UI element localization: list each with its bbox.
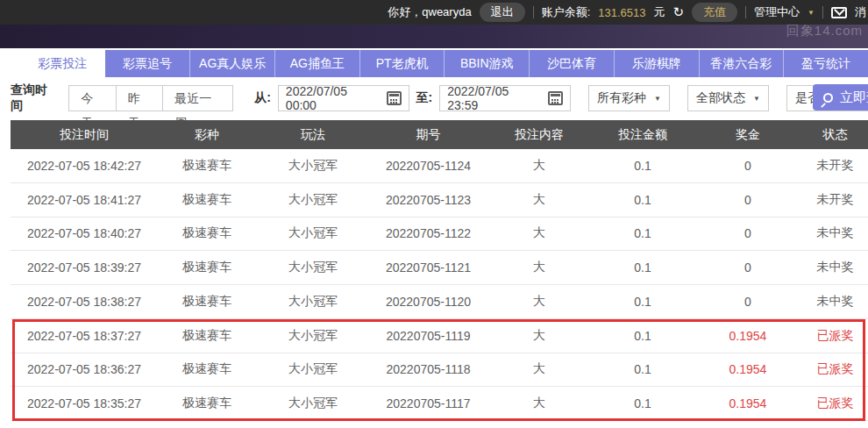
cell-bet-amount: 0.1 xyxy=(592,387,694,420)
table-header-row: 投注时间彩种玩法期号投注内容投注金额奖金状态 xyxy=(11,120,868,149)
cell-bet-content: 大 xyxy=(487,387,592,420)
table-row: 2022-07-05 18:37:27极速赛车大小冠军20220705-1119… xyxy=(11,319,868,353)
cell-lottery-type: 极速赛车 xyxy=(158,183,256,217)
cell-play-type: 大小冠军 xyxy=(256,353,370,387)
cell-issue-number: 20220705-1117 xyxy=(370,387,487,420)
tab-9[interactable]: 香港六合彩 xyxy=(699,50,784,77)
cell-issue-number: 20220705-1118 xyxy=(370,353,487,387)
cell-bet-content: 大 xyxy=(487,353,592,387)
logout-button[interactable]: 退出 xyxy=(480,3,525,22)
cell-bet-content: 大 xyxy=(487,149,592,182)
chevron-down-icon: ▼ xyxy=(753,95,760,103)
cell-prize: 0.1954 xyxy=(694,353,802,387)
cell-bet-amount: 0.1 xyxy=(592,149,694,182)
status-select[interactable]: 全部状态▼ xyxy=(687,85,769,111)
cell-prize: 0 xyxy=(694,251,802,284)
message-link[interactable]: 消 xyxy=(855,4,866,20)
quick-range-1[interactable]: 今天 xyxy=(68,85,116,111)
cell-lottery-type: 极速赛车 xyxy=(158,149,256,182)
cell-lottery-type: 极速赛车 xyxy=(158,353,256,387)
table-body: 2022-07-05 18:42:27极速赛车大小冠军20220705-1124… xyxy=(11,149,868,421)
quick-range-2[interactable]: 昨天 xyxy=(117,85,163,111)
divider xyxy=(745,6,746,18)
chevron-down-icon[interactable]: ▼ xyxy=(808,9,815,17)
divider xyxy=(533,6,534,18)
mail-icon[interactable] xyxy=(831,7,847,18)
tab-bar: 彩票投注彩票追号AG真人娱乐AG捕鱼王PT老虎机BBIN游戏沙巴体育乐游棋牌香港… xyxy=(20,50,868,77)
date-to-input[interactable]: 2022/07/05 23:59 xyxy=(439,85,571,111)
divider xyxy=(822,6,823,18)
tab-7[interactable]: 沙巴体育 xyxy=(529,50,614,77)
column-header: 彩种 xyxy=(158,120,256,149)
cell-issue-number: 20220705-1122 xyxy=(370,218,487,251)
admin-center-menu[interactable]: 管理中心 xyxy=(754,4,800,20)
table-row: 2022-07-05 18:36:27极速赛车大小冠军20220705-1118… xyxy=(11,353,868,388)
bet-record-table: 投注时间彩种玩法期号投注内容投注金额奖金状态 2022-07-05 18:42:… xyxy=(11,120,868,421)
cell-bet-content: 大 xyxy=(487,218,592,251)
filter-toolbar: 查询时间 今天昨天最近一周 从: 2022/07/05 00:00 至: 202… xyxy=(11,85,868,111)
column-header: 玩法 xyxy=(256,120,370,149)
query-time-label: 查询时间 xyxy=(11,82,58,114)
lottery-type-select[interactable]: 所有彩种▼ xyxy=(588,85,670,111)
cell-status: 已派奖 xyxy=(802,319,868,353)
tab-3[interactable]: AG真人娱乐 xyxy=(189,50,274,77)
table-row: 2022-07-05 18:40:27极速赛车大小冠军20220705-1122… xyxy=(11,218,868,252)
cell-prize: 0.1954 xyxy=(694,387,802,420)
cell-play-type: 大小冠军 xyxy=(256,319,370,353)
cell-issue-number: 20220705-1123 xyxy=(370,183,487,217)
from-label: 从: xyxy=(254,90,271,106)
balance-value: 131.6513 xyxy=(598,6,645,19)
cell-bet-time: 2022-07-05 18:42:27 xyxy=(11,149,158,182)
refresh-balance-icon[interactable]: ↻ xyxy=(673,4,685,20)
column-header: 投注内容 xyxy=(487,120,592,149)
cell-bet-amount: 0.1 xyxy=(592,353,694,387)
cell-play-type: 大小冠军 xyxy=(256,387,370,420)
chevron-down-icon: ▼ xyxy=(654,95,661,103)
cell-bet-content: 大 xyxy=(487,183,592,217)
cell-prize: 0 xyxy=(694,149,802,182)
calendar-icon[interactable] xyxy=(548,91,563,105)
cell-issue-number: 20220705-1120 xyxy=(370,285,487,318)
date-from-value: 2022/07/05 00:00 xyxy=(286,84,378,112)
cell-bet-amount: 0.1 xyxy=(592,251,694,284)
column-header: 奖金 xyxy=(694,120,802,149)
cell-prize: 0 xyxy=(694,183,802,217)
select-value: 所有彩种 xyxy=(597,90,646,106)
quick-range-group: 今天昨天最近一周 xyxy=(68,85,233,111)
tab-8[interactable]: 乐游棋牌 xyxy=(614,50,699,77)
table-row: 2022-07-05 18:39:27极速赛车大小冠军20220705-1121… xyxy=(11,251,868,285)
cell-bet-content: 大 xyxy=(487,285,592,318)
calendar-icon[interactable] xyxy=(387,91,402,105)
column-header: 状态 xyxy=(802,120,868,149)
cell-status: 未开奖 xyxy=(802,149,868,182)
quick-range-3[interactable]: 最近一周 xyxy=(163,85,233,111)
search-button-label: 立即查询 xyxy=(840,89,868,106)
recharge-button[interactable]: 充值 xyxy=(692,3,737,22)
cell-issue-number: 20220705-1121 xyxy=(370,251,487,284)
date-to-value: 2022/07/05 23:59 xyxy=(447,84,539,112)
search-button[interactable]: 立即查询 xyxy=(813,84,868,111)
cell-bet-amount: 0.1 xyxy=(592,285,694,318)
cell-bet-time: 2022-07-05 18:39:27 xyxy=(11,251,158,284)
tab-6[interactable]: BBIN游戏 xyxy=(444,50,529,77)
cell-lottery-type: 极速赛车 xyxy=(158,319,256,353)
tab-2[interactable]: 彩票追号 xyxy=(105,50,190,77)
cell-prize: 0.1954 xyxy=(694,319,802,353)
cell-bet-content: 大 xyxy=(487,319,592,353)
cell-status: 未开奖 xyxy=(802,183,868,217)
cell-status: 已派奖 xyxy=(802,387,868,420)
to-label: 至: xyxy=(416,90,433,106)
cell-bet-time: 2022-07-05 18:35:27 xyxy=(11,387,158,420)
tab-5[interactable]: PT老虎机 xyxy=(359,50,445,77)
cell-prize: 0 xyxy=(694,218,802,251)
tab-1[interactable]: 彩票投注 xyxy=(20,50,105,77)
tab-4[interactable]: AG捕鱼王 xyxy=(274,50,359,77)
column-header: 投注金额 xyxy=(592,120,694,149)
tab-10[interactable]: 盈亏统计 xyxy=(783,50,868,77)
column-header: 期号 xyxy=(370,120,487,149)
date-from-input[interactable]: 2022/07/05 00:00 xyxy=(278,85,409,111)
cell-lottery-type: 极速赛车 xyxy=(158,285,256,318)
cell-status: 未中奖 xyxy=(802,285,868,318)
cell-bet-content: 大 xyxy=(487,251,592,284)
balance-unit: 元 xyxy=(654,4,665,20)
